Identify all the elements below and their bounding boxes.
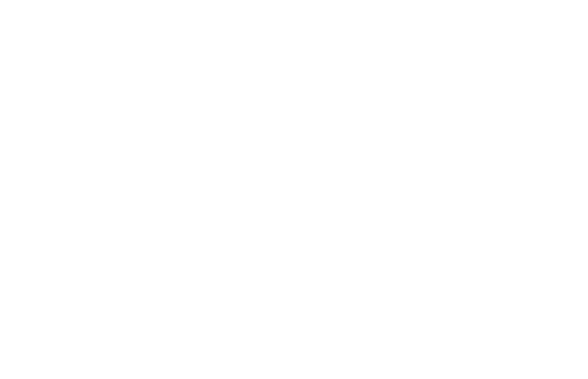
argo-profile-figure xyxy=(0,0,588,379)
